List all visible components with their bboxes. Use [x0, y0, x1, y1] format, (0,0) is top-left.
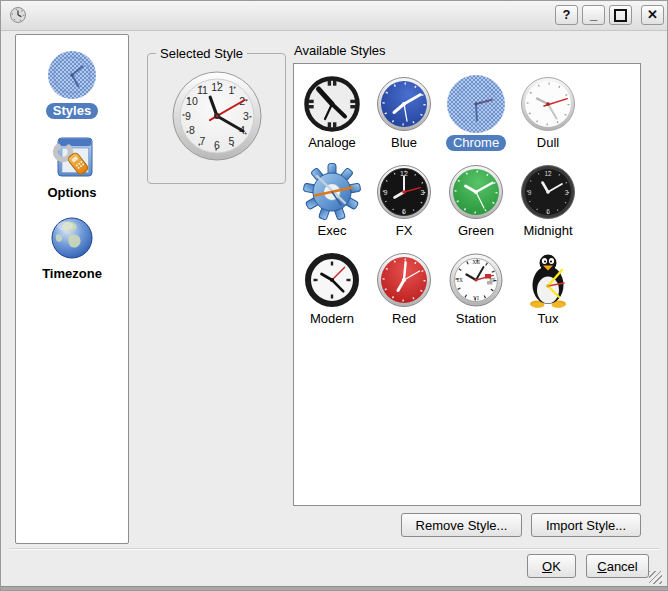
style-item-label: Midnight — [523, 223, 572, 238]
exec-gear-clock-icon — [302, 162, 362, 222]
svg-text:8: 8 — [188, 124, 194, 136]
tux-penguin-clock-icon — [518, 250, 578, 310]
style-item-modern[interactable]: Modern — [296, 247, 368, 335]
svg-text:6: 6 — [546, 208, 550, 215]
svg-text:3: 3 — [243, 110, 249, 122]
remove-style-button[interactable]: Remove Style... — [401, 513, 522, 537]
window-bottom-edge — [1, 586, 667, 590]
svg-text:XII: XII — [472, 259, 480, 265]
style-item-label: Chrome — [446, 135, 506, 151]
style-item-label: Green — [458, 223, 494, 238]
analoge-clock-icon — [302, 74, 362, 134]
svg-text:11: 11 — [197, 84, 208, 96]
svg-text:12: 12 — [400, 170, 408, 177]
clock-settings-window: ? _ ✕ Styles — [0, 0, 668, 591]
sidebar-item-timezone[interactable]: Timezone — [42, 214, 102, 281]
svg-text:VI: VI — [473, 295, 479, 301]
svg-text:9: 9 — [528, 189, 532, 196]
svg-text:6: 6 — [214, 139, 220, 151]
minimize-button[interactable]: _ — [582, 5, 605, 25]
red-clock-icon — [374, 250, 434, 310]
import-style-button[interactable]: Import Style... — [531, 513, 641, 537]
sidebar-item-label: Options — [47, 185, 96, 200]
available-styles-list[interactable]: Analoge — [293, 63, 641, 506]
style-item-label: Modern — [310, 311, 354, 326]
modern-clock-icon — [302, 250, 362, 310]
maximize-button[interactable] — [609, 5, 632, 25]
style-item-label: Station — [456, 311, 496, 326]
fx-clock-icon: 12369 — [374, 162, 434, 222]
style-item-label: Tux — [537, 311, 558, 326]
close-button[interactable]: ✕ — [641, 5, 664, 25]
titlebar[interactable]: ? _ ✕ — [1, 1, 667, 31]
style-item-label: Red — [392, 311, 416, 326]
station-clock-icon: XIIIIIVIIX — [446, 250, 506, 310]
svg-text:10: 10 — [186, 95, 198, 107]
style-item-analoge[interactable]: Analoge — [296, 71, 368, 159]
style-item-green[interactable]: Green — [440, 159, 512, 247]
style-item-label: FX — [396, 223, 413, 238]
sidebar-item-options[interactable]: Options — [47, 133, 96, 200]
style-item-chrome[interactable]: Chrome — [440, 71, 512, 159]
style-grid: Analoge — [296, 71, 584, 335]
style-item-tux[interactable]: Tux — [512, 247, 584, 335]
selected-style-group-label: Selected Style — [156, 46, 247, 61]
available-styles-label: Available Styles — [294, 43, 386, 58]
selected-style-preview-clock: 1212 345 678 91011 — [171, 70, 263, 162]
options-tools-icon — [48, 133, 96, 181]
sidebar-item-label: Styles — [46, 103, 98, 119]
style-item-label: Analoge — [308, 135, 356, 150]
style-item-label: Dull — [537, 135, 559, 150]
green-clock-icon — [446, 162, 506, 222]
cancel-button-label: Cancel — [587, 559, 648, 574]
svg-text:6: 6 — [402, 208, 406, 215]
cancel-button[interactable]: Cancel — [586, 554, 649, 578]
svg-text:9: 9 — [384, 189, 388, 196]
ok-button-label: OK — [528, 559, 575, 574]
dull-clock-icon — [518, 74, 578, 134]
sidebar: Styles — [15, 34, 129, 544]
selected-style-group: Selected Style 1212 345 678 91011 — [147, 53, 286, 184]
maximize-icon — [614, 9, 627, 22]
help-button[interactable]: ? — [555, 5, 578, 25]
blue-clock-icon — [374, 74, 434, 134]
button-row-separator — [9, 548, 659, 550]
svg-text:IX: IX — [457, 277, 463, 283]
style-item-label: Blue — [391, 135, 417, 150]
svg-text:7: 7 — [199, 135, 205, 147]
resize-grip[interactable] — [649, 571, 662, 584]
sidebar-item-label: Timezone — [42, 266, 102, 281]
svg-text:1: 1 — [228, 84, 234, 96]
style-item-exec[interactable]: Exec — [296, 159, 368, 247]
svg-text:12: 12 — [544, 170, 552, 177]
style-item-label: Exec — [318, 223, 347, 238]
style-item-blue[interactable]: Blue — [368, 71, 440, 159]
clock-app-icon — [9, 6, 27, 24]
svg-text:3: 3 — [421, 189, 425, 196]
svg-text:9: 9 — [185, 110, 191, 122]
style-item-red[interactable]: Red — [368, 247, 440, 335]
midnight-clock-icon: 12369 — [518, 162, 578, 222]
svg-text:12: 12 — [211, 81, 223, 93]
style-item-dull[interactable]: Dull — [512, 71, 584, 159]
ok-button[interactable]: OK — [527, 554, 576, 578]
chrome-clock-icon-selected — [446, 74, 506, 134]
style-item-fx[interactable]: 12369 FX — [368, 159, 440, 247]
svg-text:5: 5 — [228, 135, 234, 147]
window-controls: ? _ ✕ — [555, 5, 664, 25]
style-item-station[interactable]: XIIIIIVIIX Station — [440, 247, 512, 335]
sidebar-item-styles[interactable]: Styles — [46, 51, 98, 119]
timezone-globe-icon — [48, 214, 96, 262]
style-item-midnight[interactable]: 12369 Midnight — [512, 159, 584, 247]
styles-clock-icon — [48, 51, 96, 99]
svg-text:3: 3 — [565, 189, 569, 196]
